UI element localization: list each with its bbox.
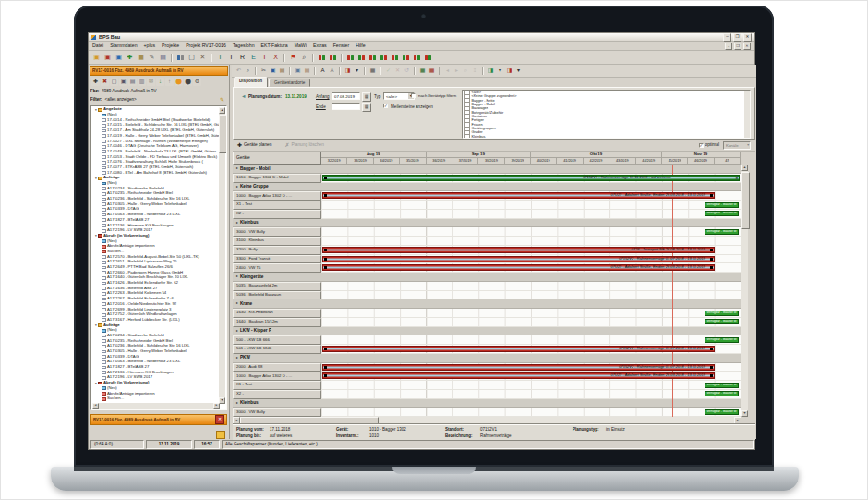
person-pair-icon-4[interactable] bbox=[356, 53, 367, 63]
device-name-cell[interactable]: X2 - bbox=[233, 390, 321, 399]
filter-value[interactable]: <alles anzeigen> bbox=[105, 97, 137, 102]
channel-select[interactable]: Kanäle▼ bbox=[723, 141, 751, 150]
person-pair-icon-10[interactable] bbox=[423, 53, 433, 63]
group-arrow-icon[interactable]: ▸ bbox=[236, 301, 238, 305]
device-timeline-cell[interactable] bbox=[321, 291, 741, 300]
device-name-cell[interactable]: 500 - LKW DB 666 bbox=[233, 335, 321, 345]
table-icon[interactable]: ▤ bbox=[158, 53, 168, 63]
group-arrow-icon[interactable]: ▸ bbox=[236, 185, 238, 189]
device-timeline-cell[interactable]: Verfügbar - Bauhof W bbox=[321, 201, 741, 210]
device-name-cell[interactable]: 5036 - Bielefeld Bauzaun bbox=[233, 291, 321, 300]
nav-prev-icon[interactable]: ◂ bbox=[443, 67, 452, 75]
device-timeline-cell[interactable]: Verfügbar - Bauhof W bbox=[321, 335, 741, 345]
geraetetyp-checkbox[interactable] bbox=[411, 93, 416, 98]
list-icon[interactable]: ≡ bbox=[471, 67, 479, 75]
menu-item-fenster[interactable]: Fenster bbox=[333, 43, 350, 49]
plan-devices-button[interactable]: Geräte planen bbox=[244, 142, 271, 148]
report-x-icon[interactable]: X bbox=[271, 53, 281, 63]
group-arrow-icon[interactable]: ▸ bbox=[236, 166, 238, 170]
available-badge[interactable]: Verfügbar - Bauhof W bbox=[705, 319, 739, 324]
save-icon[interactable]: ▣ bbox=[114, 53, 124, 63]
minimize-button[interactable]: – bbox=[723, 33, 731, 42]
calendar-add-icon[interactable]: ▦ bbox=[418, 67, 427, 75]
menu-item-mawi[interactable]: MaWi bbox=[295, 43, 307, 49]
refresh-icon[interactable]: ↺ bbox=[403, 67, 411, 75]
scroll-left-icon[interactable]: ◄ bbox=[92, 403, 99, 409]
tree-item-suchen[interactable]: Suchen... bbox=[92, 396, 220, 402]
menu-item-extras[interactable]: Extras bbox=[313, 43, 327, 49]
device-timeline-cell[interactable]: Verfügbar - Bauhof W bbox=[321, 318, 741, 327]
menu-item-projekt-rv17-0016[interactable]: Projekt RV17-0016 bbox=[186, 43, 226, 49]
edit-icon[interactable]: ✎ bbox=[147, 53, 157, 63]
close-document-icon[interactable]: ✕ bbox=[215, 415, 224, 424]
menu-item-stammdaten[interactable]: Stammdaten bbox=[110, 43, 137, 49]
mdi-minimize-button[interactable]: – bbox=[725, 43, 732, 50]
scroll-right-icon[interactable]: ► bbox=[213, 403, 220, 409]
plan-bar-red[interactable]: 07U23 - Adalbert Straße, Emden 26.03.201… bbox=[322, 264, 715, 271]
device-group-krane[interactable]: ▸Krane bbox=[233, 299, 741, 309]
apply-icon[interactable]: ✓ bbox=[384, 67, 392, 75]
tree-horizontal-scrollbar[interactable]: ◄► bbox=[92, 403, 220, 409]
device-group-kleinbus[interactable]: ▸Kleinbus bbox=[233, 219, 741, 228]
anfang-input[interactable]: 07.08.2019 bbox=[332, 92, 360, 100]
device-timeline-cell[interactable]: Verfügbar - Bauhof W bbox=[321, 381, 741, 390]
device-name-cell[interactable]: X1 - Test bbox=[233, 381, 321, 390]
flag-icon[interactable]: ⚑ bbox=[288, 53, 298, 63]
available-badge[interactable]: Verfügbar - Bauhof W bbox=[705, 337, 739, 343]
group-checkbox[interactable] bbox=[464, 134, 470, 139]
device-group-pkw[interactable]: ▸PKW bbox=[233, 354, 741, 363]
tools-icon[interactable]: ✕ bbox=[198, 53, 208, 63]
add-icon[interactable]: ✚ bbox=[125, 53, 135, 63]
font-decrease-icon[interactable]: A bbox=[328, 67, 336, 75]
device-name-cell[interactable]: 3300 - Ford Transit bbox=[233, 255, 321, 264]
report-r-icon[interactable]: R bbox=[237, 53, 247, 63]
device-name-cell[interactable]: 1000 - Bagger Atlas 1302 D - ... bbox=[233, 372, 321, 381]
device-name-cell[interactable]: 1630 - KG-Hebekran bbox=[233, 309, 321, 318]
device-timeline-cell[interactable] bbox=[321, 282, 741, 291]
plan-bar-red[interactable]: 07152V2 - Rahmenverträge 01.07.2018 - 13… bbox=[322, 346, 715, 352]
person-pair-icon-8[interactable] bbox=[401, 53, 411, 63]
gantt-horizontal-scrollbar[interactable]: ◄► bbox=[233, 417, 741, 424]
paste-row-icon[interactable]: ▤ bbox=[303, 67, 311, 75]
available-badge[interactable]: Verfügbar - Bauhof W bbox=[705, 409, 739, 415]
available-badge[interactable]: Verfügbar - Bauhof W bbox=[705, 211, 739, 216]
plan-bar-green[interactable]: 07152V1 - Rahmenverträge 17.11.2018 - au… bbox=[322, 175, 740, 181]
color-dropdown-icon[interactable]: ▾ bbox=[353, 67, 361, 75]
grid-icon[interactable]: ▦ bbox=[136, 53, 146, 63]
gantt-hscroll-thumb[interactable] bbox=[240, 417, 379, 424]
device-name-cell[interactable]: 501 - LKW DB 1846 bbox=[233, 345, 321, 354]
maximize-button[interactable]: ❐ bbox=[733, 33, 741, 42]
print-icon[interactable]: ▥ bbox=[138, 78, 146, 86]
ende-input[interactable] bbox=[332, 103, 360, 110]
person-pair-icon-1[interactable] bbox=[317, 53, 327, 63]
mdi-restore-button[interactable]: ❐ bbox=[734, 43, 741, 50]
device-timeline-cell[interactable]: 07152V1 - Rahmenverträge 17.11.2018 - au… bbox=[321, 174, 741, 183]
group-option-kleinbus[interactable]: Kleinbus bbox=[463, 135, 750, 139]
group-arrow-icon[interactable]: ▸ bbox=[236, 401, 238, 405]
menu-item-projekte[interactable]: Projekte bbox=[162, 43, 179, 49]
device-timeline-cell[interactable]: Verfügbar - Bauhof W bbox=[321, 210, 741, 219]
device-timeline-cell[interactable]: 07U23 - Adalbert Straße, Emden 26.03.201… bbox=[321, 372, 741, 381]
gantt-vertical-scrollbar[interactable]: ▲▼ bbox=[741, 165, 748, 417]
device-name-cell[interactable]: 3000 - VW Bully bbox=[233, 408, 321, 417]
plan-bar-red[interactable]: 07U23 - Adalbert Straße, Emden 26.03.201… bbox=[322, 372, 715, 379]
delete-plan-button[interactable]: Planung löschen bbox=[291, 142, 323, 148]
report-teal-icon[interactable]: E bbox=[248, 53, 259, 63]
device-group-lkw-kipper-f[interactable]: ▸LKW - Kipper F bbox=[233, 327, 741, 336]
device-timeline-cell[interactable] bbox=[321, 237, 741, 246]
report-black-icon[interactable]: T bbox=[226, 53, 236, 63]
device-timeline-cell[interactable]: Verfügbar - Bauhof W bbox=[321, 390, 741, 399]
device-group-keine-gruppe[interactable]: ▸Keine Gruppe bbox=[233, 183, 741, 192]
status-color-icon[interactable]: ◨ bbox=[487, 67, 495, 75]
plan-bar-red[interactable]: 07U23 - Adalbert Straße, Emden 26.03.201… bbox=[322, 192, 715, 199]
report-green-icon[interactable]: T bbox=[215, 53, 225, 63]
group-list-scrollbar[interactable] bbox=[744, 91, 750, 138]
gantt-scroll-left-icon[interactable]: ◄ bbox=[233, 417, 240, 424]
users-icon[interactable] bbox=[175, 53, 186, 63]
save-icon[interactable]: ▤ bbox=[128, 78, 137, 86]
device-timeline-cell[interactable]: 0726 - Transport NF 26.08.2018 - 13.11.2… bbox=[321, 246, 741, 255]
legend-color-icon[interactable]: ◨ bbox=[505, 67, 513, 75]
search-icon[interactable]: ⌕ bbox=[244, 67, 252, 75]
device-timeline-cell[interactable]: 07U23 - Adalbert Straße, Emden 26.03.201… bbox=[321, 191, 741, 201]
status-dropdown-icon[interactable]: ▾ bbox=[496, 67, 504, 75]
